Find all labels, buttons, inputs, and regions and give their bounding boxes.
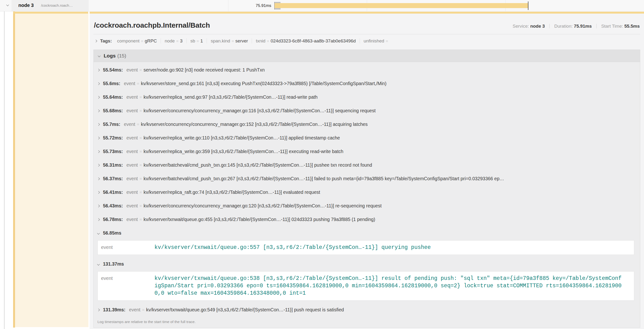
tag-key: unfinished (364, 38, 384, 44)
log-event-key: event (126, 94, 138, 100)
equals-symbol: = (140, 217, 142, 222)
log-event-key: event (126, 67, 138, 73)
log-timestamp: 56.41ms: (103, 190, 123, 195)
log-row[interactable]: 55.54ms:event=server/node.go:902 [n3] no… (94, 63, 640, 77)
start-time-value: 55.5ms (624, 24, 640, 28)
tag-item[interactable]: node=3 (161, 38, 186, 44)
log-row[interactable]: 55.68ms:event=kv/kvserver/concurrency/co… (94, 104, 640, 118)
equals-symbol: = (140, 176, 142, 181)
log-row[interactable]: 55.72ms:event=kv/kvserver/replica_write.… (94, 131, 640, 145)
span-detail-panel: /cockroach.roachpb.Internal/Batch Servic… (90, 14, 644, 329)
tag-value: 3 (180, 38, 182, 44)
chevron-right-icon (97, 82, 100, 85)
equals-symbol: = (137, 81, 139, 86)
log-timestamp: 55.54ms: (103, 67, 123, 73)
event-value: kv/kvserver/txnwait/queue.go:557 [n3,s3,… (154, 244, 622, 251)
chevron-right-icon (94, 40, 97, 42)
chevron-right-icon (97, 308, 100, 311)
log-event-value: kv/kvserver/replica_write.go:359 [n3,s3,… (144, 149, 344, 154)
log-timestamp: 131.37ms (103, 261, 124, 267)
log-timestamp: 131.39ms: (103, 307, 125, 312)
log-timestamp: 56.85ms (103, 230, 121, 236)
log-event-key: event (126, 108, 138, 114)
chevron-right-icon (97, 177, 100, 180)
tag-item[interactable]: span.kind=server (207, 38, 252, 44)
log-row[interactable]: 131.39ms:event=kv/kvserver/txnwait/queue… (94, 303, 640, 316)
tag-item[interactable]: unfinished= (360, 38, 394, 44)
log-event-card: eventkv/kvserver/txnwait/queue.go:538 [n… (98, 271, 634, 301)
log-event-value: kv/kvserver/store_send.go:161 [n3,s3] ex… (141, 81, 386, 86)
log-timestamp: 56.78ms: (103, 217, 123, 222)
tag-value: 1 (200, 38, 203, 44)
log-row[interactable]: 56.37ms:event=kv/kvserver/batcheval/cmd_… (94, 172, 640, 186)
log-event-value: kv/kvserver/replica_write.go:110 [n3,s3,… (144, 135, 340, 141)
log-row[interactable]: 56.41ms:event=kv/kvserver/replica_raft.g… (94, 186, 640, 199)
detail-accent-strip-left (13, 12, 88, 14)
log-event-value: kv/kvserver/concurrency/concurrency_mana… (141, 122, 368, 127)
tag-key: node (165, 38, 175, 44)
log-event-value: kv/kvserver/concurrency/concurrency_mana… (144, 108, 376, 114)
tag-item[interactable]: sb=1 (186, 38, 207, 44)
span-duration-label: 75.91ms (231, 0, 271, 11)
log-event-key: event (126, 190, 138, 195)
log-row[interactable]: 55.64ms:event=kv/kvserver/replica_send.g… (94, 90, 640, 104)
log-event-value: server/node.go:902 [n3] node received re… (144, 67, 264, 73)
event-key-label: event (101, 244, 154, 251)
tags-row[interactable]: Tags: component=gRPCnode=3sb=1span.kind=… (94, 34, 640, 47)
tag-item[interactable]: component=gRPC (113, 38, 161, 44)
equals-symbol: = (140, 204, 142, 208)
chevron-down-icon (97, 232, 100, 234)
log-event-key: event (124, 81, 136, 86)
equals-symbol: = (140, 68, 142, 72)
log-row[interactable]: 55.6ms:event=kv/kvserver/store_send.go:1… (94, 77, 640, 90)
service-label: Service: (513, 24, 529, 28)
logs-section: Logs (15) 55.54ms:event=server/node.go:9… (94, 50, 640, 328)
equals-symbol: = (140, 163, 142, 168)
log-event-key: event (126, 135, 138, 141)
equals-symbol: = (267, 39, 269, 44)
span-duration-bar[interactable] (274, 3, 528, 8)
ruler-gridline (228, 0, 228, 11)
chevron-right-icon (97, 96, 100, 98)
chevron-down-icon[interactable] (6, 3, 9, 6)
equals-symbol: = (140, 95, 142, 100)
log-event-key: event (129, 307, 140, 312)
equals-symbol: = (137, 122, 139, 127)
log-event-key: event (126, 217, 138, 222)
log-timestamp: 56.31ms: (103, 162, 123, 168)
equals-symbol: = (197, 39, 199, 44)
log-timestamp: 55.72ms: (103, 135, 123, 141)
start-time-label: Start Time: (601, 24, 623, 28)
tag-key: txnid (256, 38, 265, 44)
log-row-expanded[interactable]: 131.37ms (94, 257, 640, 271)
timeline-ruler[interactable]: 75.91ms (89, 0, 644, 11)
tag-value: server (236, 38, 248, 44)
logs-header[interactable]: Logs (15) (94, 50, 640, 62)
duration-label: Duration: (554, 24, 572, 28)
chevron-right-icon (97, 191, 100, 194)
log-row[interactable]: 56.31ms:event=kv/kvserver/batcheval/cmd_… (94, 158, 640, 172)
log-timestamp: 55.6ms: (103, 81, 120, 86)
chevron-right-icon (97, 136, 100, 139)
log-row-expanded[interactable]: 56.85ms (94, 226, 640, 240)
tag-item[interactable]: txnid=024d3323-6c8f-4863-aa8b-37ab0e6349… (252, 38, 360, 44)
log-timestamp: 55.68ms: (103, 108, 123, 114)
event-value: kv/kvserver/txnwait/queue.go:538 [n3,s3,… (154, 275, 622, 297)
log-row[interactable]: 55.73ms:event=kv/kvserver/replica_write.… (94, 145, 640, 158)
log-row[interactable]: 56.78ms:event=kv/kvserver/txnwait/queue.… (94, 213, 640, 226)
log-event-value: kv/kvserver/concurrency/concurrency_mana… (144, 203, 382, 208)
tag-list: component=gRPCnode=3sb=1span.kind=server… (113, 38, 393, 44)
equals-symbol: = (142, 308, 144, 312)
log-timestamp: 55.64ms: (103, 94, 123, 100)
log-row[interactable]: 55.7ms:event=kv/kvserver/concurrency/con… (94, 118, 640, 131)
span-meta: Service: node 3 Duration: 75.91ms Start … (513, 24, 640, 29)
log-row[interactable]: 56.43ms:event=kv/kvserver/concurrency/co… (94, 199, 640, 213)
chevron-down-icon (98, 54, 100, 57)
service-value: node 3 (530, 24, 545, 28)
logs-count: (15) (117, 53, 126, 59)
span-name-cell[interactable]: node 3 /cockroach.roach… (12, 0, 89, 11)
log-timestamp: 56.43ms: (103, 203, 123, 208)
span-color-bar (13, 0, 15, 328)
tag-value: gRPC (145, 38, 157, 44)
log-event-key: event (126, 203, 138, 208)
